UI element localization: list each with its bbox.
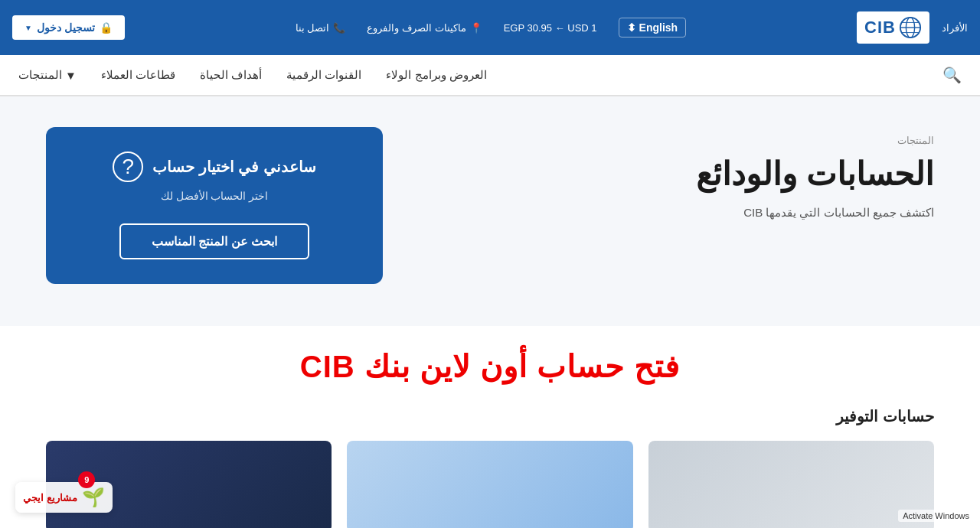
top-bar: الأفراد CIB English ⬍ EGP 30.95 ← USD 1 … [0,0,980,55]
chevron-down-icon: ▼ [65,69,77,82]
watermark-overlay: 9 🌱 مشاريع ايجي [15,465,113,513]
card-1[interactable] [648,441,934,528]
nav-item-digital[interactable]: القنوات الرقمية [286,56,361,94]
afrad-label[interactable]: الأفراد [942,22,968,34]
hero-content: المنتجات الحسابات والودائع اكتشف جميع ال… [429,127,934,220]
hero-section: المنتجات الحسابات والودائع اكتشف جميع ال… [0,96,980,326]
location-icon: 📍 [470,22,482,34]
page-content: فتح حساب أون لاين بنك CIB حسابات التوفير [0,326,980,528]
globe-icon [899,16,922,39]
cards-row [46,441,934,528]
login-button[interactable]: 🔒 تسجيل دخول ▼ [12,15,125,40]
savings-section-title: حسابات التوفير [46,407,934,425]
language-selector[interactable]: English ⬍ [619,18,687,37]
watermark-icon: 🌱 [82,487,105,508]
nav-item-products[interactable]: ▼ المنتجات [18,56,77,94]
watermark-box: 🌱 مشاريع ايجي [15,482,113,513]
search-icon[interactable]: 🔍 [942,66,962,84]
top-bar-center: English ⬍ EGP 30.95 ← USD 1 📍 ماكينات ال… [296,18,686,37]
cib-text: CIB [864,18,896,37]
card-2[interactable] [347,441,632,528]
helper-card: ساعدني في اختيار حساب ? اختر الحساب الأف… [46,127,383,284]
exchange-rate: EGP 30.95 ← USD 1 [504,22,597,34]
lock-icon: 🔒 [100,21,113,34]
hero-description: اكتشف جميع الحسابات التي يقدمها CIB [429,206,934,220]
find-product-button[interactable]: ابحث عن المنتج المناسب [119,223,309,259]
watermark-text: مشاريع ايجي [23,492,77,504]
helper-header: ساعدني في اختيار حساب ? [67,152,361,182]
chevron-down-icon: ▼ [24,24,32,32]
top-bar-right: الأفراد CIB [857,11,968,44]
question-icon: ? [113,152,143,182]
activate-windows-text: Activate Windows [898,510,974,522]
top-bar-left: 🔒 تسجيل دخول ▼ [12,15,125,40]
cib-logo: CIB [857,11,929,44]
contact-btn[interactable]: 📞 اتصل بنا [296,22,346,34]
phone-icon: 📞 [333,22,345,34]
breadcrumb: المنتجات [429,135,934,146]
lang-chevron-icon: ⬍ [627,21,636,34]
nav-item-life-goals[interactable]: أهداف الحياة [200,56,262,94]
helper-subtitle: اختر الحساب الأفضل لك [67,190,361,202]
branches-btn[interactable]: 📍 ماكينات الصرف والفروع [367,22,482,34]
page-title: الحسابات والودائع [429,155,934,194]
nav-item-segments[interactable]: قطاعات العملاء [101,56,175,94]
lang-label: English [639,21,678,34]
nav-item-loyalty[interactable]: العروض وبرامج الولاء [386,56,486,94]
main-nav: 🔍 العروض وبرامج الولاء القنوات الرقمية أ… [0,55,980,96]
helper-title: ساعدني في اختيار حساب [152,158,316,176]
main-nav-links: العروض وبرامج الولاء القنوات الرقمية أهد… [18,56,487,94]
red-heading: فتح حساب أون لاين بنك CIB [46,349,934,384]
